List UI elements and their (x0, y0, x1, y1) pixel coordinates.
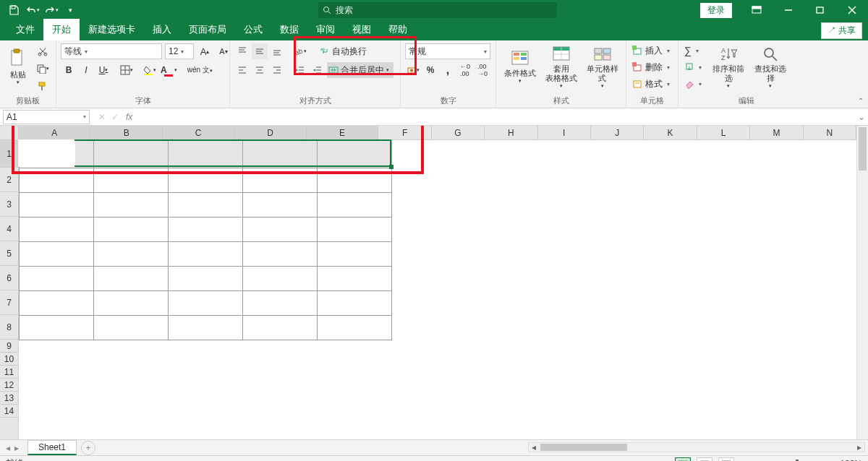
close-icon[interactable] (836, 0, 868, 20)
login-button[interactable]: 登录 (700, 3, 732, 18)
tab-formula[interactable]: 公式 (235, 19, 271, 40)
tab-newtab[interactable]: 新建选项卡 (80, 19, 144, 40)
cell[interactable] (318, 168, 392, 193)
row-header-6[interactable]: 6 (0, 266, 18, 290)
hscroll-thumb[interactable] (540, 444, 627, 451)
cell[interactable] (169, 193, 243, 217)
row-header-5[interactable]: 5 (0, 241, 18, 266)
tab-help[interactable]: 帮助 (380, 19, 416, 40)
select-all-corner[interactable] (0, 126, 19, 140)
col-header-G[interactable]: G (432, 126, 485, 139)
cell[interactable] (243, 141, 318, 168)
sheet-nav-next-icon[interactable]: ▸ (14, 443, 19, 453)
find-select-button[interactable]: 查找和选择▾ (751, 43, 790, 91)
row-header-10[interactable]: 10 (0, 353, 18, 366)
sheet-tab-sheet1[interactable]: Sheet1 (27, 440, 77, 455)
col-header-F[interactable]: F (378, 126, 431, 139)
col-header-N[interactable]: N (804, 126, 856, 139)
cell[interactable] (169, 242, 243, 267)
ribbon-display-icon[interactable] (741, 0, 773, 20)
cell[interactable] (20, 141, 94, 168)
add-sheet-button[interactable]: + (81, 441, 95, 455)
cell[interactable] (318, 242, 392, 267)
undo-icon[interactable]: ▾ (25, 2, 41, 18)
search-box[interactable]: 搜索 (318, 2, 557, 18)
cell[interactable] (243, 168, 318, 193)
row-header-13[interactable]: 13 (0, 392, 18, 405)
zoom-out-icon[interactable]: − (740, 459, 745, 462)
save-icon[interactable] (6, 2, 22, 18)
tab-review[interactable]: 审阅 (307, 19, 344, 40)
view-normal-icon[interactable] (675, 457, 691, 462)
sheet-nav-prev-icon[interactable]: ◂ (6, 443, 10, 453)
fx-icon[interactable]: fx (126, 112, 140, 122)
zoom-value[interactable]: 100% (840, 459, 862, 462)
copy-icon[interactable]: ▾ (35, 61, 51, 77)
cell[interactable] (94, 141, 169, 168)
number-format-combo[interactable]: 常规▾ (405, 43, 490, 59)
cell[interactable] (243, 316, 318, 340)
cells-area[interactable] (19, 140, 856, 439)
paste-button[interactable]: 粘贴 ▾ (4, 43, 32, 91)
fill-color-button[interactable]: ▾ (142, 62, 158, 78)
percent-icon[interactable]: % (422, 62, 438, 78)
cell[interactable] (169, 168, 243, 193)
cell[interactable] (94, 168, 169, 193)
hscroll-left-icon[interactable]: ◂ (529, 443, 539, 452)
row-header-8[interactable]: 8 (0, 315, 18, 340)
cell[interactable] (169, 316, 243, 340)
expand-formula-bar-icon[interactable]: ⌄ (855, 112, 868, 122)
cell[interactable] (243, 217, 318, 242)
font-color-button[interactable]: A▾ (159, 62, 179, 78)
increase-decimal-icon[interactable]: ←0.00 (457, 62, 473, 78)
format-painter-icon[interactable] (35, 78, 51, 94)
cell[interactable] (243, 242, 318, 267)
cell[interactable] (94, 267, 169, 291)
cell[interactable] (243, 267, 318, 291)
increase-font-icon[interactable]: A▴ (197, 43, 213, 59)
delete-cells-button[interactable]: 删除▾ (631, 60, 671, 74)
col-header-I[interactable]: I (538, 126, 591, 139)
cell[interactable] (318, 217, 392, 242)
cell[interactable] (169, 267, 243, 291)
cell[interactable] (318, 193, 392, 217)
row-header-14[interactable]: 14 (0, 405, 18, 418)
border-button[interactable]: ▾ (119, 62, 135, 78)
row-header-12[interactable]: 12 (0, 379, 18, 392)
col-header-B[interactable]: B (90, 126, 162, 139)
minimize-icon[interactable] (773, 0, 804, 20)
row-header-7[interactable]: 7 (0, 290, 18, 315)
formula-input[interactable] (140, 110, 855, 124)
row-header-1[interactable]: 1 (0, 140, 18, 168)
view-page-layout-icon[interactable] (697, 457, 712, 462)
orientation-icon[interactable]: ab▾ (292, 43, 308, 59)
decrease-indent-icon[interactable] (292, 62, 308, 78)
horizontal-scrollbar[interactable]: ◂ ▸ (528, 442, 865, 452)
col-header-C[interactable]: C (163, 126, 234, 139)
cell[interactable] (243, 291, 318, 316)
maximize-icon[interactable] (804, 0, 836, 20)
cell[interactable] (20, 217, 94, 242)
share-button[interactable]: ↗ 共享 (821, 22, 862, 39)
cell[interactable] (20, 316, 94, 340)
cell[interactable] (20, 168, 94, 193)
wrap-text-button[interactable]: ab 自动换行 (318, 43, 376, 59)
tab-insert[interactable]: 插入 (144, 19, 180, 40)
align-right-icon[interactable] (269, 62, 285, 78)
align-top-icon[interactable] (234, 43, 250, 59)
cell[interactable] (94, 242, 169, 267)
cell[interactable] (94, 316, 169, 340)
tab-file[interactable]: 文件 (7, 19, 43, 40)
tab-home[interactable]: 开始 (43, 19, 80, 40)
autosum-button[interactable]: ∑▾ (683, 43, 703, 58)
format-as-table-button[interactable]: 套用 表格格式▾ (542, 43, 580, 91)
cell[interactable] (20, 267, 94, 291)
align-center-icon[interactable] (252, 62, 268, 78)
cell[interactable] (243, 193, 318, 217)
cancel-formula-icon[interactable]: ✕ (98, 112, 106, 122)
font-size-combo[interactable]: 12▾ (165, 43, 194, 59)
scroll-thumb[interactable] (859, 127, 867, 171)
cell-styles-button[interactable]: 单元格样式▾ (583, 43, 621, 91)
tab-view[interactable]: 视图 (344, 19, 380, 40)
cell[interactable] (169, 141, 243, 168)
